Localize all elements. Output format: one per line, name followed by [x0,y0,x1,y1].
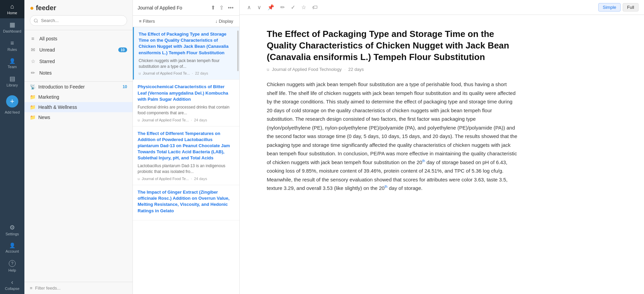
sidebar-item-add-feed[interactable]: + Add feed [0,91,24,119]
article-3-source: Journal of Applied Food Te... [142,177,189,181]
reader-time: 22 days [348,67,364,72]
article-toolbar: ≡ Filters ↓ Display [133,16,239,27]
sidebar-item-collapse[interactable]: ‹ Collapse [0,276,24,294]
feed-item-news[interactable]: 📁 News [24,112,133,122]
article-reader: ∧ ∨ 📌 ✏ ✓ ☆ 🏷 Simple Full The Effect of … [240,0,644,294]
reader-meta-dot: · [344,67,346,72]
article-2-time: 24 days [194,118,207,122]
sidebar-item-help[interactable]: ? Help [0,257,24,276]
tag-button[interactable]: 🏷 [310,3,320,12]
article-item-1[interactable]: The Effect of Packaging Type and Storage… [133,27,239,80]
display-button[interactable]: ↓ Display [213,18,235,25]
nav-notes[interactable]: ✏ Notes [24,67,133,79]
article-item-3[interactable]: The Effect of Different Temperatures on … [133,126,239,185]
article-3-meta-icon: u [138,177,140,181]
feed-marketing-label: Marketing [38,94,59,100]
article-1-meta: u Journal of Applied Food Te... · 22 day… [139,71,235,75]
unread-icon: ✉ [30,47,36,53]
reader-toolbar: ∧ ∨ 📌 ✏ ✓ ☆ 🏷 Simple Full [240,0,644,15]
nav-starred[interactable]: ☆ Starred [24,56,133,67]
more-options-button[interactable]: ••• [227,4,235,12]
article-2-excerpt: Functional drinks are processed drinks t… [138,104,235,116]
sidebar-item-library-label: Library [6,83,18,87]
nav-all-posts[interactable]: ≡ All posts [24,33,133,44]
filters-button[interactable]: ≡ Filters [137,18,157,25]
reader-content[interactable]: The Effect of Packaging Type and Storage… [240,15,545,294]
article-3-excerpt: Lactobacillus plantarum Dad-13 is an ind… [138,163,235,175]
collapse-icon: ‹ [11,279,13,285]
team-icon: 👤 [9,58,16,63]
reader-body-paragraph-1: Chicken nuggets with jack bean tempeh fl… [267,80,518,193]
sidebar-item-team-label: Team [8,65,17,69]
simple-mode-button[interactable]: Simple [598,3,621,12]
edit-button[interactable]: ✏ [278,3,287,12]
feed-item-health-wellness[interactable]: 📁 Health & Wellness [24,102,133,112]
bookmark-button[interactable]: 📌 [265,3,276,12]
sidebar-item-rules[interactable]: ≡ Rules [0,37,24,55]
share-social-button[interactable]: ⇪ [218,3,225,12]
nav-notes-label: Notes [39,70,52,76]
meta-sep-3: · [191,177,192,181]
full-mode-button[interactable]: Full [623,3,639,12]
dashboard-icon: ▦ [9,22,15,28]
feed-news-label: News [38,115,50,120]
next-article-button[interactable]: ∨ [255,3,263,12]
nav-unread[interactable]: ✉ Unread 10 [24,44,133,56]
starred-icon: ☆ [30,58,36,64]
feed-intro-label: Introduction to Feeder [38,84,85,90]
sidebar-item-library[interactable]: ▤ Library [0,72,24,91]
filter-feeds-label: Filter feeds... [35,286,61,291]
article-3-title: The Effect of Different Temperatures on … [138,131,235,161]
nav-starred-label: Starred [39,59,55,64]
feeds-nav: ≡ All posts ✉ Unread 10 ☆ Starred ✏ Note… [24,30,133,81]
sidebar-item-settings[interactable]: ⚙ Settings [0,221,24,239]
article-2-title: Physicochemical Characteristics of Bitte… [138,84,235,102]
folder-icon-marketing: 📁 [30,94,36,100]
article-list-panel: Journal of Applied Fo ⬆ ⇪ ••• ≡ Filters … [133,0,240,294]
feeder-logo: ● feeder [30,4,56,12]
mark-read-button[interactable]: ✓ [289,3,297,12]
meta-separator: · [192,71,193,75]
nav-unread-label: Unread [39,47,55,53]
reader-article-body: Chicken nuggets with jack bean tempeh fl… [267,80,518,193]
nav-all-posts-label: All posts [39,36,57,41]
article-list-scroll[interactable]: The Effect of Packaging Type and Storage… [133,27,239,294]
display-label: Display [219,19,233,24]
article-list-actions: ⬆ ⇪ ••• [210,3,235,12]
article-3-meta: u Journal of Applied Food Te... · 24 day… [138,177,235,181]
article-1-meta-icon: u [139,71,141,75]
sidebar-item-account[interactable]: 👤 Account [0,239,24,257]
add-feed-button[interactable]: + [6,95,18,107]
sidebar-item-team[interactable]: 👤 Team [0,55,24,72]
sidebar-item-help-label: Help [8,268,16,272]
sidebar-item-home[interactable]: ⌂ Home [0,0,24,18]
article-2-meta-icon: u [138,118,140,122]
meta-sep-2: · [191,118,192,122]
feed-health-label: Health & Wellness [38,104,77,110]
sidebar-item-rules-label: Rules [7,47,17,52]
reader-article-meta: u Journal of Applied Food Technology · 2… [267,67,518,72]
feed-item-intro[interactable]: 📡 Introduction to Feeder 10 [24,82,133,92]
search-input[interactable] [30,15,127,26]
scroll-thumb [237,31,239,71]
star-button[interactable]: ☆ [299,3,308,12]
reader-source: Journal of Applied Food Technology [272,67,342,72]
settings-icon: ⚙ [9,224,15,231]
sidebar-item-collapse-label: Collapse [5,287,20,291]
filter-toolbar-icon: ≡ [139,19,142,24]
share-button[interactable]: ⬆ [210,3,216,12]
prev-article-button[interactable]: ∧ [245,3,253,12]
account-icon: 👤 [9,243,16,248]
reader-article-title: The Effect of Packaging Type and Storage… [267,28,518,63]
feed-intro-badge: 10 [123,84,127,89]
article-item-4[interactable]: The Impact of Ginger Extract (Zingiber o… [133,185,239,220]
filter-feeds-button[interactable]: ≡ Filter feeds... [24,282,133,294]
sidebar-item-dashboard[interactable]: ▦ Dashboard [0,18,24,37]
reader-meta-icon: u [267,67,269,72]
sidebar-item-home-label: Home [7,11,17,15]
sidebar-item-account-label: Account [5,249,19,253]
unread-badge: 10 [118,47,127,52]
feed-item-marketing[interactable]: 📁 Marketing [24,92,133,102]
article-item-2[interactable]: Physicochemical Characteristics of Bitte… [133,80,239,126]
notes-icon: ✏ [30,70,36,76]
